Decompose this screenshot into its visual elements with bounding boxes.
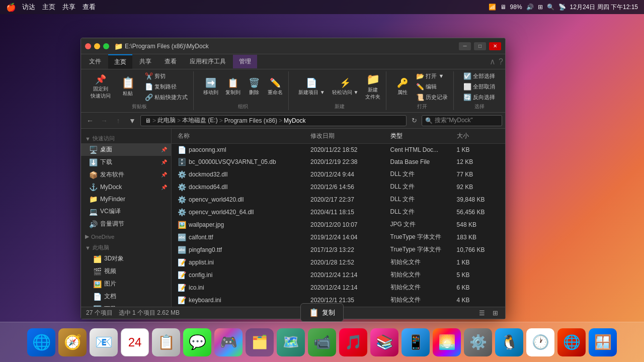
tab-file[interactable]: 文件: [83, 55, 107, 68]
dock-facetime[interactable]: 📹: [308, 328, 336, 356]
dock-finder[interactable]: 🧭: [58, 328, 87, 356]
address-path[interactable]: 🖥 > 此电脑 > 本地磁盘 (E:) > Program Files (x86…: [140, 115, 407, 126]
tb-extra2[interactable]: □: [474, 42, 486, 50]
sidebar-item-docs[interactable]: 📄 文档: [81, 290, 171, 303]
easy-access-button[interactable]: ⚡ 轻松访问 ▼: [330, 76, 361, 98]
forward-button[interactable]: →: [98, 115, 110, 127]
move-to-button[interactable]: ➡️ 移动到: [201, 76, 221, 98]
path-drive[interactable]: 本地磁盘 (E:): [182, 116, 218, 125]
dock-calendar[interactable]: 24: [121, 328, 149, 356]
dock-browser2[interactable]: 🌐: [557, 328, 586, 356]
table-row[interactable]: ⚙️ opencv_world420.dll 2020/2/17 22:37 D…: [172, 193, 505, 206]
dock-appstore[interactable]: 📱: [401, 328, 430, 356]
tb-extra1[interactable]: ─: [459, 42, 471, 50]
refresh-button[interactable]: ↻: [409, 115, 420, 126]
sidebar-item-download[interactable]: ⬇️ 下载 📌: [81, 156, 171, 168]
table-row[interactable]: 📝 applist.ini 2020/1/28 12:52 初始化文件 1 KB: [172, 256, 505, 268]
col-header-size[interactable]: 大小: [455, 131, 501, 141]
col-header-type[interactable]: 类型: [388, 131, 455, 141]
sidebar-item-volume[interactable]: 🔊 音量调节: [81, 218, 171, 230]
table-row[interactable]: 📄 paoconng.xml 2020/11/22 18:52 Cent HTM…: [172, 144, 505, 156]
paste-button[interactable]: 📋 粘贴: [115, 75, 140, 99]
menubar-share[interactable]: 共享: [62, 3, 75, 12]
dock-messages[interactable]: 💬: [183, 328, 211, 356]
path-programfiles[interactable]: Program Files (x86): [224, 117, 277, 124]
table-row[interactable]: 🖼️ wallpaper.jpg 2020/12/20 10:07 JPG 文件…: [172, 218, 505, 231]
menubar-view[interactable]: 查看: [83, 3, 96, 12]
paste-shortcut-button[interactable]: 🔗 粘贴快捷方式: [142, 93, 190, 102]
menubar-home[interactable]: 主页: [42, 3, 55, 12]
search-box[interactable]: 🔍 搜索"MyDock": [422, 115, 502, 126]
new-folder-button[interactable]: 📁 新建 文件夹: [363, 71, 383, 102]
dock-edge[interactable]: 🌐: [27, 328, 55, 356]
tab-home[interactable]: 主页: [108, 54, 132, 69]
copy-to-button[interactable]: 📋 复制到: [223, 76, 243, 98]
back-button[interactable]: ←: [84, 115, 96, 127]
edit-button[interactable]: ✏️ 编辑: [414, 82, 450, 92]
sidebar-item-video[interactable]: 🎬 视频: [81, 265, 171, 278]
table-row[interactable]: ⚙️ dockmod64.dll 2020/12/6 14:56 DLL 文件 …: [172, 180, 505, 193]
new-item-button[interactable]: 📄 新建项目 ▼: [296, 76, 328, 98]
ribbon-expand[interactable]: ∧: [490, 57, 496, 66]
dock-gamecenter[interactable]: 🎮: [214, 328, 243, 356]
dock-notes[interactable]: 📋: [152, 328, 180, 356]
sidebar-item-myfinder[interactable]: 📁 MyFinder: [81, 193, 171, 205]
copy-path-button[interactable]: 📄 复制路径: [142, 82, 190, 92]
apple-menu[interactable]: 🍎: [6, 3, 16, 12]
sidebar-item-vc[interactable]: 💻 VC编译: [81, 205, 171, 218]
sidebar-item-3dobj[interactable]: 🗂️ 3D对象: [81, 252, 171, 265]
large-icons-button[interactable]: ⊞: [490, 308, 500, 318]
recent-button[interactable]: ▼: [126, 115, 138, 127]
details-view-button[interactable]: ☰: [477, 308, 487, 318]
table-row[interactable]: 🔤 calfont.ttf 2019/12/24 14:04 TrueType …: [172, 231, 505, 243]
dock-qq[interactable]: 🐧: [495, 328, 523, 356]
menubar-finder[interactable]: 访达: [22, 3, 35, 12]
cut-button[interactable]: ✂️ 剪切: [142, 71, 190, 81]
dock-photos[interactable]: 🌅: [433, 328, 461, 356]
dock-music[interactable]: 🎵: [339, 328, 367, 356]
history-button[interactable]: 📜 历史记录: [414, 93, 450, 102]
up-button[interactable]: ↑: [112, 115, 124, 127]
col-header-date[interactable]: 修改日期: [308, 131, 388, 141]
invert-selection-button[interactable]: 🔄 反向选择: [461, 93, 498, 102]
table-row[interactable]: ⚙️ opencv_world420_64.dll 2020/4/11 18:1…: [172, 206, 505, 218]
ribbon-help[interactable]: ?: [499, 57, 503, 66]
tab-share[interactable]: 共享: [133, 55, 157, 68]
file-name: dockmod64.dll: [189, 184, 227, 191]
dock-settings[interactable]: ⚙️: [464, 328, 492, 356]
tab-manage[interactable]: 管理: [233, 55, 257, 68]
rename-button[interactable]: ✏️ 重命名: [265, 76, 285, 98]
sidebar-item-desktop[interactable]: 🖥️ 桌面 📌: [81, 143, 171, 156]
dock-windows[interactable]: 🪟: [589, 328, 617, 356]
sidebar-item-publish[interactable]: 📦 发布软件 📌: [81, 168, 171, 181]
dock-books[interactable]: 📚: [370, 328, 398, 356]
tb-extra3[interactable]: ✕: [489, 42, 501, 50]
table-row[interactable]: 🔤 pingfang0.ttf 2017/12/3 13:22 TrueType…: [172, 243, 505, 256]
close-button[interactable]: [85, 43, 91, 49]
dock-mail[interactable]: 📧: [90, 328, 118, 356]
dock-maps[interactable]: 🗺️: [277, 328, 305, 356]
maximize-button[interactable]: [103, 43, 109, 49]
sidebar-item-mydock[interactable]: ⚓ MyDock 📌: [81, 181, 171, 193]
tab-apptools[interactable]: 应用程序工具: [184, 55, 232, 68]
select-all-button[interactable]: ☑️ 全部选择: [461, 71, 498, 81]
tab-view[interactable]: 查看: [158, 55, 183, 68]
deselect-all-button[interactable]: ⬜ 全部取消: [461, 82, 498, 92]
path-mydock[interactable]: MyDock: [284, 117, 305, 124]
properties-button[interactable]: 🔑 属性: [393, 76, 412, 98]
delete-button[interactable]: 🗑️ 删除: [245, 76, 263, 98]
minimize-button[interactable]: [94, 43, 100, 49]
sidebar-item-dl[interactable]: ⬇️ 下载: [81, 303, 171, 307]
col-header-name[interactable]: 名称: [176, 131, 308, 141]
table-row[interactable]: 📝 config.ini 2020/12/24 12:14 初始化文件 5 KB: [172, 268, 505, 281]
dock-clock[interactable]: 🕐: [526, 328, 554, 356]
dock-filemanager[interactable]: 🗂️: [246, 328, 274, 356]
table-row[interactable]: 🗄️ bc_00000LVSQV3ARNLT_05.db 2020/12/19 …: [172, 156, 505, 168]
pin-quickaccess-button[interactable]: 📌 固定到 快速访问: [88, 72, 113, 101]
table-row[interactable]: 📝 ico.ini 2020/12/24 12:14 初始化文件 6 KB: [172, 281, 505, 294]
sidebar-item-pictures[interactable]: 🖼️ 图片: [81, 278, 171, 290]
search-icon[interactable]: 🔍: [547, 4, 554, 11]
table-row[interactable]: ⚙️ dockmod32.dll 2020/12/24 9:44 DLL 文件 …: [172, 168, 505, 180]
path-pc[interactable]: 此电脑: [157, 116, 176, 125]
open-button[interactable]: 📂 打开 ▼: [414, 71, 450, 81]
